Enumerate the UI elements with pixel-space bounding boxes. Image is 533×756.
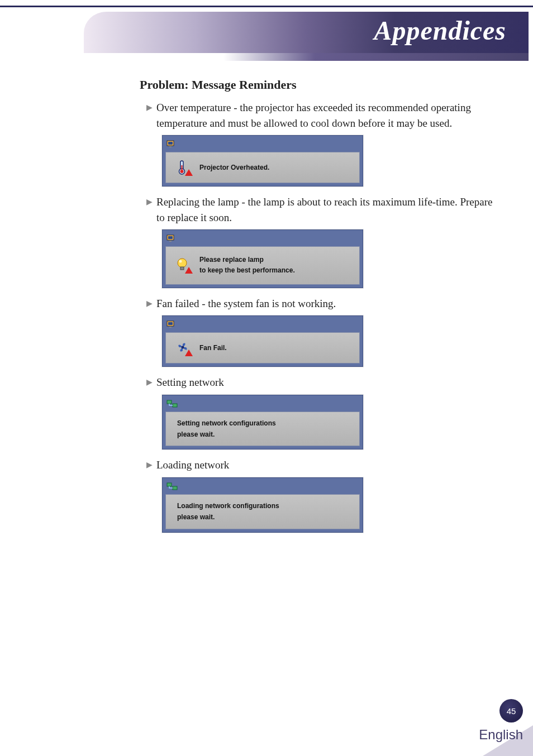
warning-icon [185,169,193,176]
dialog-titlebar [165,398,360,409]
svg-rect-20 [173,486,177,490]
top-rule [0,6,533,7]
dialog-body: Fan Fail. [165,332,360,363]
item-text: Fan failed - the system fan is not worki… [156,296,499,312]
network-icon [166,400,178,408]
dialog-overheat: Projector Overheated. [162,135,363,186]
dialog-body: Projector Overheated. [165,152,360,183]
bullet-arrow-icon: ▶ [146,194,156,208]
svg-point-6 [180,170,184,173]
header-title: Appendices [374,15,506,46]
dialog-line: Loading network configurations [177,500,348,511]
item-text: Loading network [156,457,499,473]
svg-rect-1 [168,142,173,145]
list-item: ▶ Setting network Setting network config… [146,375,499,449]
bullet-arrow-icon: ▶ [146,375,156,388]
svg-rect-18 [173,404,177,407]
svg-point-10 [178,259,187,267]
item-text: Setting network [156,375,499,390]
header-band: Appendices [0,12,533,61]
dialog-body: Loading network configurations please wa… [165,494,360,529]
dialog-body: Please replace lamp to keep the best per… [165,246,360,284]
list-item: ▶ Replacing the lamp - the lamp is about… [146,194,499,288]
thermometer-icon [176,160,191,175]
monitor-icon [166,140,175,148]
dialog-titlebar [165,481,360,492]
language-label: English [479,727,523,743]
list-item: ▶ Fan failed - the system fan is not wor… [146,296,499,367]
dialog-setting-network: Setting network configurations please wa… [162,395,363,450]
svg-rect-2 [169,146,172,147]
warning-icon [185,350,193,356]
header-underbar [223,53,529,61]
bullet-arrow-icon: ▶ [146,296,156,309]
dialog-lamp: Please replace lamp to keep the best per… [162,229,363,288]
svg-rect-12 [180,267,184,270]
warning-icon [185,267,193,274]
dialog-line: to keep the best performance. [199,265,295,276]
list-item: ▶ Over temperature - the projector has e… [146,100,499,186]
dialog-text: Fan Fail. [199,343,227,353]
dialog-line: Please replace lamp [199,255,295,265]
dialog-body: Setting network configurations please wa… [165,412,360,447]
dialog-titlebar [165,319,360,330]
footer: 45 English [479,699,523,743]
dialog-line: please wait. [177,429,348,440]
monitor-icon [166,320,175,328]
item-text: Over temperature - the projector has exc… [156,100,499,131]
dialog-loading-network: Loading network configurations please wa… [162,477,363,533]
dialog-text: Please replace lamp to keep the best per… [199,255,295,276]
svg-rect-14 [168,322,173,325]
dialog-titlebar [165,233,360,244]
bullet-arrow-icon: ▶ [146,100,156,113]
item-text: Replacing the lamp - the lamp is about t… [156,194,499,225]
svg-point-16 [182,346,184,349]
content: Problem: Message Reminders ▶ Over temper… [140,78,499,533]
monitor-icon [166,235,175,242]
bullet-arrow-icon: ▶ [146,457,156,471]
lamp-icon [176,258,191,272]
svg-rect-8 [168,236,173,239]
dialog-text: Projector Overheated. [199,162,269,173]
svg-rect-19 [167,483,172,486]
dialog-fan: Fan Fail. [162,315,363,367]
page-number-badge: 45 [499,699,523,722]
svg-point-11 [179,260,182,263]
section-heading: Problem: Message Reminders [140,78,499,92]
svg-rect-15 [169,327,172,328]
fan-icon [176,341,191,355]
dialog-line: please wait. [177,511,348,523]
svg-rect-17 [167,400,172,404]
dialog-titlebar [165,138,360,150]
dialog-line: Setting network configurations [177,418,348,429]
list-item: ▶ Loading network Loading network config… [146,457,499,532]
svg-rect-9 [169,241,172,242]
network-icon [166,482,178,490]
